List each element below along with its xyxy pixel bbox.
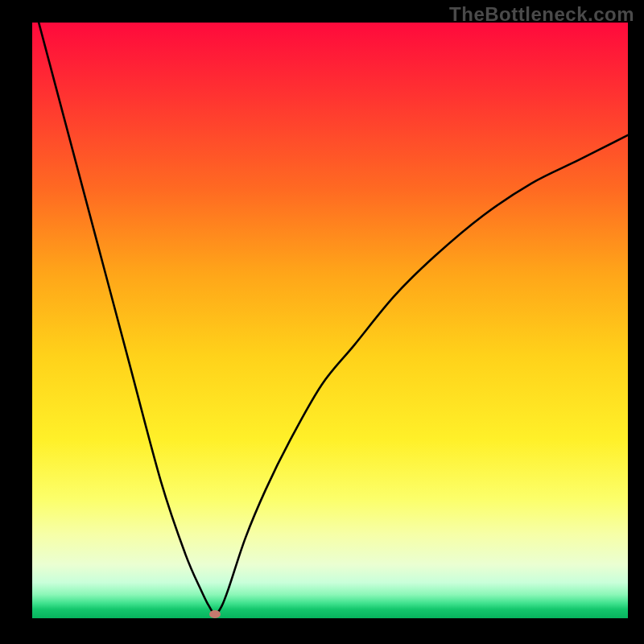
bottleneck-curve (39, 23, 628, 614)
watermark-label: TheBottleneck.com (449, 3, 634, 26)
minimum-point-marker (209, 610, 221, 618)
curve-layer (32, 23, 628, 618)
chart-frame: TheBottleneck.com (0, 0, 644, 644)
plot-area (32, 23, 628, 618)
